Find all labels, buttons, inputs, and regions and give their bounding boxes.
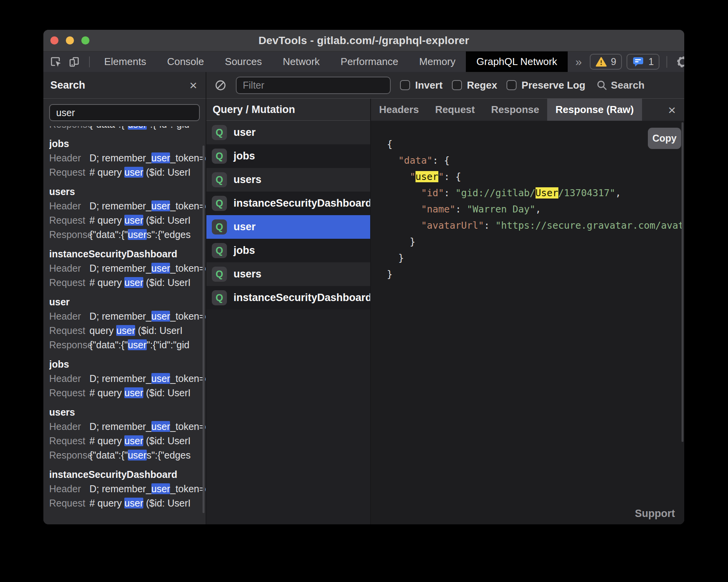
query-type-badge: Q [212, 149, 227, 164]
regex-checkbox-group[interactable]: Regex [452, 79, 497, 91]
messages-badge[interactable]: 1 [627, 54, 659, 70]
filter-input[interactable] [236, 77, 391, 94]
support-link[interactable]: Support [635, 508, 675, 520]
result-field-value: D; remember_user_token=e [89, 199, 206, 213]
search-result-group-title[interactable]: jobs [49, 137, 206, 151]
result-field-value: {"data":{"users":{"edges [89, 448, 206, 462]
match-highlight: user [124, 215, 143, 226]
search-result-group-title[interactable]: instanceSecurityDashboard [49, 247, 206, 261]
search-result-line[interactable]: Response{"data":{"user":{"id":"gid [49, 126, 206, 132]
search-match-highlight: User [536, 187, 558, 199]
invert-checkbox[interactable] [400, 80, 410, 90]
detail-tab-response-raw-[interactable]: Response (Raw) [547, 99, 642, 121]
result-field-label: Request [49, 324, 89, 338]
query-type-badge: Q [212, 290, 227, 305]
query-list-item-user[interactable]: Quser [206, 215, 370, 239]
result-field-value: {"data":{"user":{"id":"gid [89, 338, 206, 352]
invert-checkbox-group[interactable]: Invert [400, 79, 443, 91]
query-list-item-instanceSecurityDashboard[interactable]: QinstanceSecurityDashboard [206, 286, 370, 310]
preserve-log-checkbox[interactable] [507, 80, 517, 90]
query-list-item-jobs[interactable]: Qjobs [206, 239, 370, 262]
devtools-toolbar: ElementsConsoleSourcesNetworkPerformance… [43, 51, 684, 72]
result-field-value: # query user ($id: UserI [89, 496, 206, 510]
search-result-group-title[interactable]: instanceSecurityDashboard [49, 467, 206, 482]
warnings-badge[interactable]: 9 [590, 54, 622, 70]
search-result-line[interactable]: HeaderD; remember_user_token=e [49, 309, 206, 324]
query-type-badge: Q [212, 219, 227, 235]
query-list-item-jobs[interactable]: Qjobs [206, 144, 370, 168]
search-result-line[interactable]: Request# query user ($id: UserI [49, 213, 206, 228]
search-result-group-title[interactable]: users [49, 405, 206, 419]
search-result-line[interactable]: Request# query user ($id: UserI [49, 276, 206, 290]
filter-bar: Invert Regex Preserve Log [206, 72, 684, 99]
traffic-light-zoom[interactable] [81, 36, 89, 45]
copy-button[interactable]: Copy [648, 128, 681, 149]
toolbar-tab-sources[interactable]: Sources [215, 51, 272, 72]
search-panel-scrollbar[interactable] [203, 146, 204, 513]
query-list-item-instanceSecurityDashboard[interactable]: QinstanceSecurityDashboard [206, 192, 370, 215]
match-highlight: user [151, 483, 170, 494]
network-region: Invert Regex Preserve Log [206, 72, 684, 524]
search-result-line[interactable]: HeaderD; remember_user_token=e [49, 199, 206, 213]
query-item-label: instanceSecurityDashboard [234, 197, 370, 209]
search-result-line[interactable]: HeaderD; remember_user_token=e [49, 482, 206, 496]
response-scrollbar[interactable] [682, 122, 683, 442]
detail-tab-headers[interactable]: Headers [371, 99, 427, 121]
preserve-log-label: Preserve Log [522, 79, 585, 91]
detail-tab-response[interactable]: Response [483, 99, 547, 121]
search-result-line[interactable]: Response{"data":{"users":{"edges [49, 448, 206, 462]
search-match-highlight: user [416, 171, 438, 182]
search-result-line[interactable]: Request# query user ($id: UserI [49, 165, 206, 180]
search-result-line[interactable]: Request# query user ($id: UserI [49, 386, 206, 400]
search-result-line[interactable]: HeaderD; remember_user_token=e [49, 151, 206, 165]
detail-close-icon[interactable]: × [668, 103, 676, 116]
inspect-element-icon[interactable] [50, 56, 62, 68]
search-result-line[interactable]: Request# query user ($id: UserI [49, 434, 206, 448]
device-toolbar-icon[interactable] [68, 56, 81, 68]
match-highlight: user [124, 435, 143, 446]
preserve-log-checkbox-group[interactable]: Preserve Log [507, 79, 585, 91]
result-field-value: query user ($id: UserI [89, 324, 206, 338]
settings-gear-icon[interactable] [674, 53, 684, 70]
toolbar-left-icons [43, 51, 94, 72]
result-field-label: Response [49, 338, 89, 352]
detail-tab-request[interactable]: Request [427, 99, 483, 121]
toolbar-tab-graphql-network[interactable]: GraphQL Network [466, 51, 568, 72]
more-tabs-chevron-icon[interactable]: » [568, 51, 590, 72]
search-input[interactable] [49, 104, 200, 121]
search-result-group-title[interactable]: jobs [49, 357, 206, 371]
search-result-line[interactable]: Response{"data":{"user":{"id":"gid [49, 338, 206, 352]
query-list-item-user[interactable]: Quser [206, 121, 370, 144]
toolbar-tab-elements[interactable]: Elements [94, 51, 156, 72]
search-result-line[interactable]: Requestquery user ($id: UserI [49, 324, 206, 338]
search-result-line[interactable]: HeaderD; remember_user_token=e [49, 261, 206, 276]
search-tool[interactable]: Search [596, 79, 645, 91]
messages-count: 1 [648, 56, 654, 67]
regex-checkbox[interactable] [452, 80, 462, 90]
query-list-item-users[interactable]: Qusers [206, 168, 370, 192]
match-highlight: user [128, 450, 147, 460]
toolbar-tab-network[interactable]: Network [272, 51, 330, 72]
result-field-value: # query user ($id: UserI [89, 434, 206, 448]
query-list-panel: Query / Mutation QuserQjobsQusersQinstan… [206, 99, 371, 524]
traffic-light-minimize[interactable] [66, 36, 74, 45]
traffic-light-close[interactable] [50, 36, 58, 45]
search-close-icon[interactable]: × [189, 79, 197, 92]
search-result-group-title[interactable]: user [49, 295, 206, 309]
search-result-line[interactable]: HeaderD; remember_user_token=e [49, 371, 206, 386]
toolbar-divider [666, 56, 667, 68]
match-highlight: user [151, 421, 170, 432]
toolbar-tab-memory[interactable]: Memory [409, 51, 466, 72]
query-list-item-users[interactable]: Qusers [206, 262, 370, 286]
search-result-line[interactable]: Response{"data":{"users":{"edges [49, 228, 206, 242]
search-result-line[interactable]: Request# query user ($id: UserI [49, 496, 206, 510]
detail-panel: HeadersRequestResponseResponse (Raw)× { … [371, 99, 684, 524]
clear-requests-icon[interactable] [214, 79, 227, 91]
query-item-label: jobs [234, 245, 255, 257]
toolbar-tab-console[interactable]: Console [156, 51, 214, 72]
toolbar-tabs: ElementsConsoleSourcesNetworkPerformance… [94, 51, 568, 72]
toolbar-tab-performance[interactable]: Performance [330, 51, 409, 72]
search-result-line[interactable]: HeaderD; remember_user_token=e [49, 419, 206, 434]
result-field-value: {"data":{"users":{"edges [89, 228, 206, 242]
search-result-group-title[interactable]: users [49, 185, 206, 199]
